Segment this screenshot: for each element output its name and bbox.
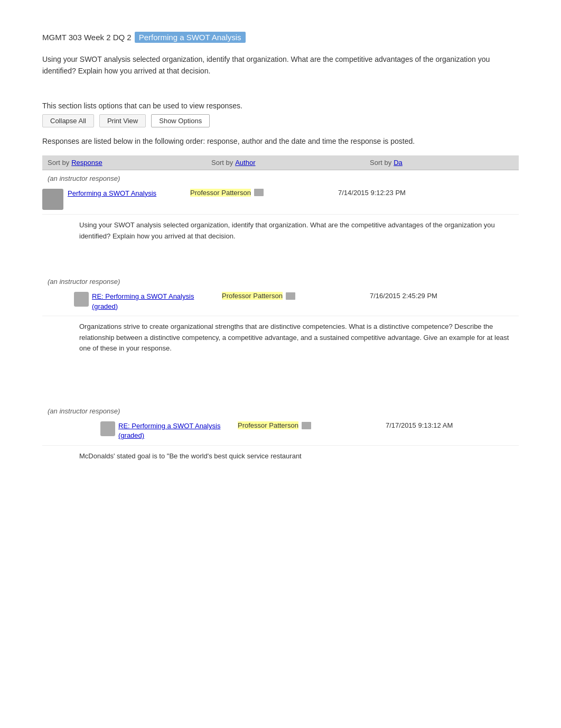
response-date-3: 7/17/2015 9:13:12 AM — [386, 421, 519, 429]
avatar-3 — [100, 421, 115, 436]
flag-icon-2 — [286, 292, 295, 300]
flag-icon-3 — [302, 422, 311, 429]
response-date-1: 7/14/2015 9:12:23 PM — [338, 189, 519, 197]
page-title-highlight: Performing a SWOT Analysis — [135, 32, 246, 43]
response-link-1[interactable]: Performing a SWOT Analysis — [68, 189, 156, 197]
collapse-all-button[interactable]: Collapse All — [42, 114, 94, 127]
instructor-label-3: (an instructor response) — [42, 404, 519, 417]
response-body-1: Using your SWOT analysis selected organi… — [42, 215, 519, 247]
response-author-1: Professor Patterson — [190, 189, 338, 197]
instructor-label-1: (an instructor response) — [42, 171, 519, 185]
author-name-2[interactable]: Professor Patterson — [222, 292, 283, 300]
sort-date-link[interactable]: Da — [394, 159, 403, 167]
response-title-area-2: RE: Performing a SWOT Analysis (graded) — [74, 292, 222, 311]
flag-icon-1 — [254, 189, 264, 196]
response-author-3: Professor Patterson — [238, 421, 386, 429]
response-row-2: RE: Performing a SWOT Analysis (graded) … — [42, 288, 519, 316]
response-title-area-3: RE: Performing a SWOT Analysis (graded) — [100, 421, 238, 440]
sort-label-author: Sort by — [211, 159, 233, 167]
row-main-1: Performing a SWOT Analysis Professor Pat… — [42, 189, 519, 210]
response-row-1: Performing a SWOT Analysis Professor Pat… — [42, 185, 519, 215]
sort-col-author: Sort by Author — [211, 159, 370, 167]
action-buttons: Collapse All Print View Show Options — [42, 114, 519, 127]
sort-label-response: Sort by — [48, 159, 69, 167]
sort-label-date: Sort by — [370, 159, 391, 167]
response-date-2: 7/16/2015 2:45:29 PM — [370, 292, 519, 300]
order-description: Responses are listed below in the follow… — [42, 136, 519, 147]
response-block-1: (an instructor response) Performing a SW… — [42, 171, 519, 247]
page-title-row: MGMT 303 Week 2 DQ 2 Performing a SWOT A… — [42, 32, 519, 43]
sort-author-link[interactable]: Author — [235, 159, 255, 167]
author-name-1[interactable]: Professor Patterson — [190, 189, 251, 197]
sort-col-response: Sort by Response — [42, 159, 211, 167]
row-main-2: RE: Performing a SWOT Analysis (graded) … — [74, 292, 519, 311]
section-options-text: This section lists options that can be u… — [42, 102, 519, 110]
response-block-2: (an instructor response) RE: Performing … — [42, 274, 519, 360]
response-block-3: (an instructor response) RE: Performing … — [42, 404, 519, 467]
sort-col-date: Sort by Da — [370, 159, 519, 167]
response-title-2: RE: Performing a SWOT Analysis (graded) — [89, 292, 222, 311]
response-author-2: Professor Patterson — [222, 292, 370, 300]
response-link-2[interactable]: RE: Performing a SWOT Analysis (graded) — [92, 292, 194, 310]
row-main-3: RE: Performing a SWOT Analysis (graded) … — [100, 421, 519, 440]
page-title-static: MGMT 303 Week 2 DQ 2 — [42, 33, 132, 42]
response-title-3: RE: Performing a SWOT Analysis (graded) — [115, 421, 238, 440]
sort-response-link[interactable]: Response — [71, 159, 102, 167]
print-view-button[interactable]: Print View — [99, 114, 146, 127]
page-description: Using your SWOT analysis selected organi… — [42, 53, 519, 77]
avatar-1 — [42, 189, 63, 210]
response-body-3: McDonalds' stated goal is to "Be the wor… — [42, 446, 519, 467]
instructor-label-2: (an instructor response) — [42, 274, 519, 288]
response-title-1: Performing a SWOT Analysis — [68, 189, 190, 198]
response-row-3: RE: Performing a SWOT Analysis (graded) … — [42, 417, 519, 445]
show-options-button[interactable]: Show Options — [151, 114, 210, 127]
response-link-3[interactable]: RE: Performing a SWOT Analysis (graded) — [118, 422, 220, 439]
sort-header-row: Sort by Response Sort by Author Sort by … — [42, 155, 519, 170]
response-title-area-1: Performing a SWOT Analysis — [42, 189, 190, 210]
avatar-2 — [74, 292, 89, 307]
response-body-2: Organizations strive to create organizat… — [42, 316, 519, 360]
author-name-3[interactable]: Professor Patterson — [238, 421, 298, 429]
